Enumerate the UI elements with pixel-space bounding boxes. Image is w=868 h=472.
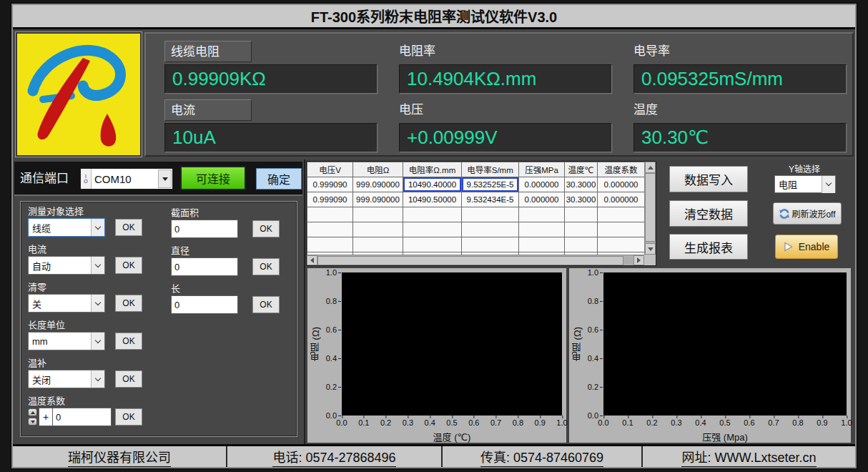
ok-button-length[interactable]: OK <box>252 296 280 313</box>
table-body: 0.999090999.09000010490.400009.532525E-5… <box>307 177 645 255</box>
enable-button[interactable]: Enable <box>775 235 838 259</box>
scrollbar-corner <box>644 255 656 265</box>
table-cell[interactable]: 0.000000 <box>519 177 565 192</box>
table-cell[interactable]: 9.532434E-5 <box>462 192 519 207</box>
column-header[interactable]: 温度系数 <box>598 162 645 177</box>
scrollbar-thumb[interactable] <box>317 256 623 265</box>
write-data-button[interactable]: 数据写入 <box>669 166 748 192</box>
ok-button-temp-coefficient[interactable]: OK <box>115 408 142 426</box>
table-row: 0.999090999.09000010490.400009.532525E-5… <box>307 177 645 192</box>
dropdown-length-unit[interactable]: mm <box>28 332 105 350</box>
dropdown-current-mode[interactable]: 自动 <box>28 256 105 275</box>
dropdown-temp-comp[interactable]: 关闭 <box>28 370 105 388</box>
x-tick-label: 0.5 <box>446 418 457 427</box>
current-label: 电流 <box>164 99 252 121</box>
current-display: 10uA <box>164 123 378 152</box>
footer-item[interactable]: 网址: WWW.Lxtseter.cn <box>641 446 855 467</box>
ok-button-current-mode[interactable]: OK <box>115 257 142 274</box>
x-tick-label: 0.6 <box>468 418 479 427</box>
table-cell[interactable]: 0.000000 <box>598 192 645 207</box>
table-vertical-scrollbar[interactable] <box>644 162 656 255</box>
table-horizontal-scrollbar[interactable] <box>307 255 644 265</box>
footer-item[interactable]: 传真: 0574-87460769 <box>441 446 641 467</box>
cross-section-area-input[interactable] <box>171 220 238 238</box>
app-window: FT-300系列粉末电阻率测试仪软件V3.0 线缆电阻 0.99909KΩ 电流… <box>11 4 857 468</box>
table-cell[interactable]: 9.532525E-5 <box>462 177 519 192</box>
stepper-down-icon[interactable] <box>28 418 37 426</box>
refresh-waveform-button[interactable]: 刷新波形off <box>773 202 842 225</box>
chart: 电阻 (Ω) 1.00.80.60.40.20.0 0.00.10.20.30.… <box>569 268 851 443</box>
y-tick-label: 0.4 <box>326 354 337 363</box>
scroll-down-icon[interactable] <box>645 243 656 255</box>
length-unit-label: 长度单位 <box>28 319 164 331</box>
table-cell[interactable]: 10490.50000 <box>403 192 462 207</box>
column-header[interactable]: 电阻率Ω.mm <box>403 162 462 177</box>
column-header[interactable]: 电压V <box>307 162 353 177</box>
footer-item[interactable]: 瑞柯仪器有限公司 <box>13 446 226 467</box>
y-axis-select[interactable]: 电阻 <box>774 175 836 193</box>
title-bar: FT-300系列粉末电阻率测试仪软件V3.0 <box>13 5 855 29</box>
table-cell[interactable]: 0.000000 <box>598 177 645 192</box>
comm-port-label: 通信端口 <box>20 162 69 196</box>
table-cell[interactable]: 999.090000 <box>353 192 403 207</box>
table-scroll-area: 电压V电阻Ω电阻率Ω.mm电导率S/mm压强MPa温度℃温度系数 0.99909… <box>307 162 644 255</box>
x-tick-label: 0.8 <box>792 418 803 427</box>
voltage-label: 电压 <box>399 99 612 121</box>
table-cell[interactable]: 999.090000 <box>353 177 403 192</box>
scroll-up-icon[interactable] <box>645 162 656 173</box>
connect-status-button[interactable]: 可连接 <box>180 166 246 190</box>
ok-button-measure-object[interactable]: OK <box>115 219 142 236</box>
ok-button-zero-clear[interactable]: OK <box>115 295 142 312</box>
diameter-label: 直径 <box>171 245 300 257</box>
scroll-left-icon[interactable] <box>307 255 317 265</box>
chevron-down-icon[interactable] <box>91 295 104 312</box>
y-tick-label: 0.8 <box>326 297 337 305</box>
column-header[interactable]: 电导率S/mm <box>462 162 519 177</box>
table-row-empty <box>307 222 645 237</box>
chevron-down-icon[interactable] <box>91 333 104 350</box>
generate-report-button[interactable]: 生成报表 <box>669 234 748 260</box>
sign-indicator: + <box>39 408 53 426</box>
table-header-row: 电压V电阻Ω电阻率Ω.mm电导率S/mm压强MPa温度℃温度系数 <box>307 162 645 177</box>
increment-decrement-stepper[interactable] <box>28 408 37 426</box>
chart-x-axis-title: 压强 (Mpa) <box>603 430 847 443</box>
column-header[interactable]: 温度℃ <box>565 162 598 177</box>
scroll-right-icon[interactable] <box>633 255 644 265</box>
confirm-button[interactable]: 确定 <box>256 168 302 190</box>
column-header[interactable]: 电阻Ω <box>353 162 403 177</box>
column-header[interactable]: 压强MPa <box>519 162 565 177</box>
company-logo <box>16 32 142 157</box>
dropdown-measure-object[interactable]: 线缆 <box>28 218 105 237</box>
visa-io-icon: IO <box>81 169 92 189</box>
dropdown-value: mm <box>29 336 91 347</box>
chevron-down-icon[interactable] <box>91 257 104 274</box>
chevron-down-icon[interactable] <box>822 176 835 193</box>
temp-coefficient-input[interactable] <box>53 408 112 426</box>
chevron-down-icon[interactable] <box>91 370 104 388</box>
x-tick-label: 1.0 <box>556 418 567 427</box>
diameter-input[interactable] <box>171 257 238 276</box>
current-mode-label: 电流 <box>28 243 164 255</box>
table-cell[interactable]: 10490.40000 <box>403 177 462 192</box>
chevron-down-icon[interactable] <box>158 169 172 188</box>
table-cell[interactable]: 0.999090 <box>307 192 353 207</box>
dropdown-zero-clear[interactable]: 关 <box>28 294 105 313</box>
ok-button-temp-comp[interactable]: OK <box>115 370 142 388</box>
stepper-up-icon[interactable] <box>28 408 37 416</box>
x-tick-label: 0.3 <box>671 418 681 427</box>
table-cell[interactable]: 30.3000 <box>565 192 598 207</box>
scrollbar-thumb[interactable] <box>645 173 656 242</box>
ok-button-cross-section-area[interactable]: OK <box>252 220 280 237</box>
com-port-select[interactable]: IO COM10 <box>80 168 173 190</box>
clear-data-button[interactable]: 清空数据 <box>669 200 748 227</box>
temperature-label: 温度 <box>633 99 847 121</box>
table-cell[interactable]: 0.000000 <box>519 192 565 207</box>
footer-item[interactable]: 电话: 0574-27868496 <box>226 446 441 467</box>
chevron-down-icon[interactable] <box>91 219 104 236</box>
ok-button-diameter[interactable]: OK <box>252 258 280 275</box>
main-section: 通信端口 IO COM10 可连接 确定 测量对象选择线缆OK电流自动OK清零关… <box>13 159 855 444</box>
length-input[interactable] <box>171 295 238 314</box>
table-cell[interactable]: 0.999090 <box>307 177 353 192</box>
table-cell[interactable]: 30.3000 <box>565 177 598 192</box>
ok-button-length-unit[interactable]: OK <box>115 333 142 350</box>
